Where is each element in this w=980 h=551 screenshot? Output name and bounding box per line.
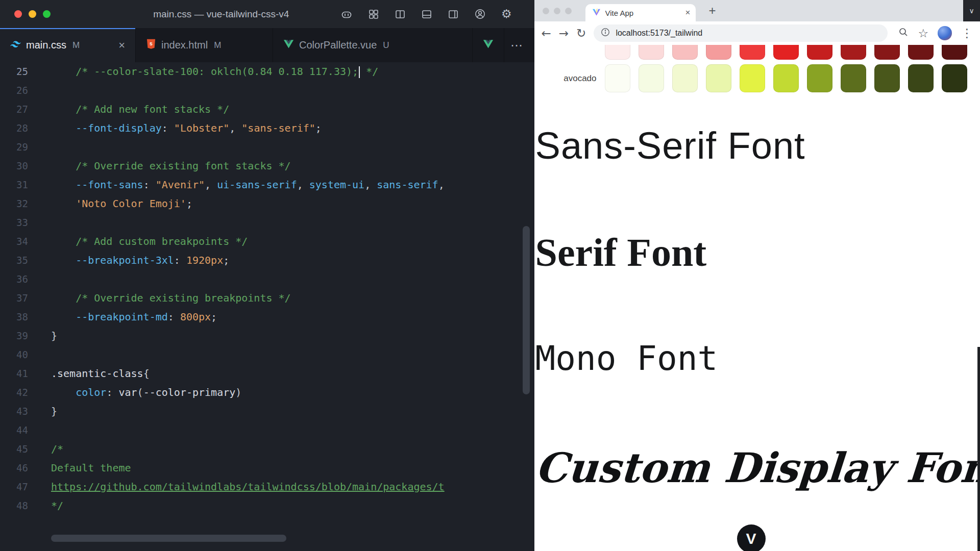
code-line[interactable]: 34 /* Add custom breakpoints */ xyxy=(0,232,534,251)
editor-code-area[interactable]: 25 /* --color-slate-100: oklch(0.84 0.18… xyxy=(0,62,534,551)
tab-main-css[interactable]: main.css M × xyxy=(0,28,136,62)
line-number: 48 xyxy=(0,496,41,515)
code-line[interactable]: 25 /* --color-slate-100: oklch(0.84 0.18… xyxy=(0,62,534,81)
code-line[interactable]: 26 xyxy=(0,81,534,100)
color-swatch xyxy=(773,64,799,92)
code-line[interactable]: 45/* xyxy=(0,440,534,459)
copilot-icon[interactable] xyxy=(340,8,353,20)
panel-bottom-icon[interactable] xyxy=(421,9,432,20)
line-number: 39 xyxy=(0,327,41,345)
line-number: 45 xyxy=(0,440,41,459)
close-window-button[interactable] xyxy=(14,10,22,18)
code-line[interactable]: 46Default theme xyxy=(0,459,534,478)
font-sample-display: Custom Display Font xyxy=(534,444,980,492)
more-actions-button[interactable]: ⋯ xyxy=(504,28,529,62)
bookmark-star-icon[interactable]: ☆ xyxy=(918,28,928,39)
line-number: 34 xyxy=(0,232,41,251)
info-icon[interactable] xyxy=(601,28,610,39)
code-line[interactable]: 48*/ xyxy=(0,496,534,515)
settings-gear-icon[interactable]: ⚙ xyxy=(501,8,512,20)
code-line[interactable]: 42 color: var(--color-primary) xyxy=(0,383,534,402)
code-line[interactable]: 41.semantic-class{ xyxy=(0,364,534,383)
line-number: 32 xyxy=(0,194,41,213)
line-number: 43 xyxy=(0,402,41,421)
editor-vertical-scrollbar[interactable] xyxy=(523,226,530,394)
minimize-window-button[interactable] xyxy=(29,10,36,18)
code-line[interactable]: 40 xyxy=(0,345,534,364)
back-button[interactable]: ← xyxy=(542,28,551,39)
page-scrollbar[interactable] xyxy=(977,347,980,551)
reload-button[interactable]: ↻ xyxy=(576,28,586,39)
palette-row-label: avocado xyxy=(543,73,597,84)
new-tab-button[interactable]: + xyxy=(705,3,720,18)
code-line[interactable]: 37 /* Override existing breakpoints */ xyxy=(0,289,534,308)
code-line[interactable]: 36 xyxy=(0,270,534,289)
zoom-icon[interactable] xyxy=(898,27,909,39)
line-number: 36 xyxy=(0,270,41,289)
close-tab-icon[interactable]: × xyxy=(113,39,125,52)
color-swatch xyxy=(605,45,630,60)
code-line[interactable]: 38 --breakpoint-md: 800px; xyxy=(0,308,534,327)
modified-badge: M xyxy=(72,40,80,51)
code-line[interactable]: 30 /* Override existing font stacks */ xyxy=(0,157,534,176)
line-number: 29 xyxy=(0,138,41,157)
minimize-window-button[interactable] xyxy=(554,8,560,14)
code-line[interactable]: 29 xyxy=(0,138,534,157)
browser-toolbar: ← → ↻ localhost:5173/_tailwind ☆ ⋮ xyxy=(534,21,980,45)
color-swatch xyxy=(874,64,900,92)
browser-traffic-lights xyxy=(543,8,572,14)
line-number: 42 xyxy=(0,383,41,402)
editor-titlebar: main.css — vue-tailwind-css-v4 ⚙ xyxy=(0,0,534,28)
browser-tab-vite-app[interactable]: Vite App × xyxy=(585,4,696,21)
color-swatch xyxy=(639,45,664,60)
vue-devtools-badge[interactable]: V xyxy=(737,524,766,551)
code-line[interactable]: 31 --font-sans: "Avenir", ui-sans-serif,… xyxy=(0,176,534,194)
code-line[interactable]: 28 --font-display: "Lobster", "sans-seri… xyxy=(0,119,534,138)
color-swatch xyxy=(672,64,698,92)
profile-avatar[interactable] xyxy=(938,26,952,40)
code-line[interactable]: 39} xyxy=(0,327,534,345)
address-bar[interactable]: localhost:5173/_tailwind xyxy=(594,24,888,42)
line-number: 25 xyxy=(0,62,41,81)
untracked-badge: U xyxy=(383,40,389,51)
account-icon[interactable] xyxy=(474,8,486,20)
forward-button[interactable]: → xyxy=(559,28,569,39)
zoom-window-button[interactable] xyxy=(43,10,51,18)
zoom-window-button[interactable] xyxy=(565,8,572,14)
editor-horizontal-scrollbar[interactable] xyxy=(51,535,286,542)
url-text[interactable]: localhost:5173/_tailwind xyxy=(616,29,702,38)
tab-index-html[interactable]: 5 index.html M xyxy=(136,28,273,62)
palette-row xyxy=(543,45,967,60)
browser-tab-strip: Vite App × + ∨ xyxy=(534,0,980,21)
line-number: 46 xyxy=(0,459,41,478)
menu-dots-icon[interactable]: ⋮ xyxy=(961,28,973,39)
code-line[interactable]: 32 'Noto Color Emoji'; xyxy=(0,194,534,213)
tab-extra-vue[interactable] xyxy=(473,28,504,62)
tab-search-button[interactable]: ∨ xyxy=(963,0,980,21)
code-line[interactable]: 43} xyxy=(0,402,534,421)
line-number: 41 xyxy=(0,364,41,383)
color-swatch xyxy=(908,64,934,92)
close-tab-icon[interactable]: × xyxy=(685,8,691,18)
code-line[interactable]: 35 --breakpoint-3xl: 1920px; xyxy=(0,251,534,270)
html-file-icon: 5 xyxy=(146,39,156,52)
color-swatch xyxy=(740,64,765,92)
layout-grid-icon[interactable] xyxy=(368,9,379,20)
code-line[interactable]: 47https://github.com/tailwindlabs/tailwi… xyxy=(0,478,534,496)
split-columns-icon[interactable] xyxy=(395,9,406,20)
code-line[interactable]: 44 xyxy=(0,421,534,440)
line-number: 30 xyxy=(0,157,41,176)
color-swatch xyxy=(605,64,630,92)
code-line[interactable]: 27 /* Add new font stacks */ xyxy=(0,100,534,119)
panel-right-icon[interactable] xyxy=(448,9,459,20)
color-swatch xyxy=(908,45,934,60)
color-swatch xyxy=(942,64,967,92)
page-content: avocado Sans-Serif FontSerif FontMono Fo… xyxy=(534,45,980,551)
browser-window: Vite App × + ∨ ← → ↻ localhost:5173/_tai… xyxy=(534,0,980,551)
code-line[interactable]: 33 xyxy=(0,213,534,232)
close-window-button[interactable] xyxy=(543,8,549,14)
chevron-down-icon: ∨ xyxy=(969,7,974,15)
font-sample-serif: Serif Font xyxy=(535,230,707,276)
tab-colorpallette-vue[interactable]: ColorPallette.vue U xyxy=(273,28,473,62)
palette: avocado xyxy=(543,45,967,92)
